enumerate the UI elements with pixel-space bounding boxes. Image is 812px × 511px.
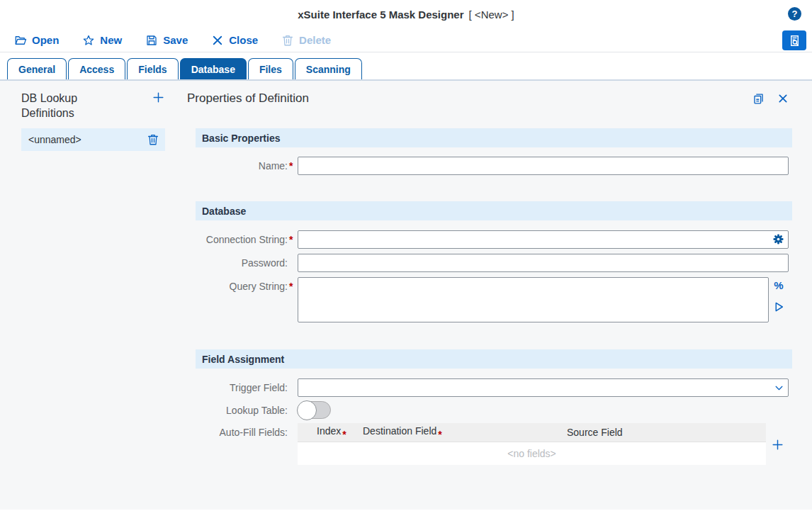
tab-fields[interactable]: Fields [127, 58, 178, 79]
spacer [288, 423, 298, 427]
plus-icon [771, 443, 784, 454]
auto-fill-table-header: Index * Destination Field * Source Field [298, 423, 766, 442]
close-icon [777, 96, 789, 106]
name-label: Name: [196, 160, 288, 172]
help-icon[interactable]: ? [788, 7, 801, 21]
document-search-icon [788, 34, 801, 47]
content-area: DB Lookup Definitions <unnamed> Properti… [0, 81, 812, 510]
trash-icon [281, 34, 294, 47]
required-marker: * [288, 234, 298, 245]
help-glyph: ? [792, 9, 798, 19]
close-button[interactable]: Close [211, 34, 258, 47]
tab-database-label: Database [191, 64, 235, 75]
section-basic-title: Basic Properties [202, 133, 281, 144]
delete-button[interactable]: Delete [281, 34, 331, 47]
copy-icon [752, 97, 765, 108]
lookup-table-label: Lookup Table: [196, 405, 288, 416]
titlebar: xSuite Interface 5 Mask Designer [ <New>… [0, 0, 812, 28]
db-lookup-sidebar: DB Lookup Definitions <unnamed> [0, 81, 177, 510]
gear-icon [772, 237, 784, 247]
tab-general-label: General [18, 64, 55, 75]
definition-name: <unnamed> [28, 134, 147, 145]
window-title-state: [ <New> ] [469, 9, 514, 21]
x-icon [211, 34, 224, 47]
tab-files[interactable]: Files [248, 58, 293, 79]
open-button[interactable]: Open [14, 34, 59, 47]
open-folder-icon [14, 34, 27, 47]
tab-access[interactable]: Access [68, 58, 125, 79]
add-definition-button[interactable] [152, 91, 165, 104]
close-label: Close [229, 34, 258, 46]
connection-string-label: Connection String: [196, 234, 288, 245]
column-destination-label: Destination Field [363, 425, 436, 440]
new-label: New [100, 34, 122, 46]
query-string-label: Query String: [196, 277, 288, 292]
floppy-icon [145, 34, 158, 47]
required-marker: * [288, 277, 298, 292]
section-database: Database [196, 201, 792, 220]
password-label: Password: [196, 257, 288, 269]
tab-fields-label: Fields [138, 64, 167, 75]
properties-panel: Properties of Definition [177, 81, 812, 510]
column-index-label: Index [317, 425, 341, 440]
tab-database[interactable]: Database [180, 58, 247, 79]
plus-icon [152, 96, 165, 106]
save-button[interactable]: Save [145, 34, 188, 47]
required-marker: * [341, 425, 348, 440]
tab-strip: General Access Fields Database Files Sca… [0, 52, 812, 81]
column-source-label: Source Field [567, 427, 623, 438]
tab-general[interactable]: General [7, 58, 67, 79]
toggle-knob [297, 400, 317, 420]
connection-string-input[interactable] [298, 230, 789, 249]
add-auto-fill-field-button[interactable] [771, 425, 784, 465]
window-title: xSuite Interface 5 Mask Designer [298, 9, 463, 21]
trash-icon [147, 137, 159, 148]
query-string-textarea[interactable] [298, 277, 769, 322]
tab-scanning-label: Scanning [306, 64, 351, 75]
new-button[interactable]: New [82, 34, 122, 47]
required-marker: * [436, 425, 444, 440]
tab-files-label: Files [259, 64, 282, 75]
sidebar-title: DB Lookup Definitions [21, 91, 106, 120]
connection-settings-button[interactable] [772, 233, 784, 245]
run-query-button[interactable] [772, 301, 785, 313]
open-label: Open [32, 34, 59, 46]
save-label: Save [163, 34, 188, 46]
auto-fill-table: Index * Destination Field * Source Field [298, 423, 766, 465]
name-input[interactable] [298, 157, 789, 175]
trigger-field-select[interactable] [298, 378, 789, 397]
duplicate-definition-button[interactable] [752, 92, 765, 106]
section-basic-properties: Basic Properties [196, 128, 792, 147]
tab-scanning[interactable]: Scanning [295, 58, 362, 79]
close-panel-button[interactable] [777, 93, 789, 104]
panel-title: Properties of Definition [187, 91, 752, 106]
section-database-title: Database [202, 206, 246, 217]
definition-list-item[interactable]: <unnamed> [21, 128, 165, 151]
play-icon [772, 305, 785, 315]
auto-fill-empty-row: <no fields> [298, 442, 766, 465]
auto-fill-fields-label: Auto-Fill Fields: [196, 423, 288, 438]
section-field-assignment-title: Field Assignment [202, 354, 284, 365]
tab-access-label: Access [79, 64, 114, 75]
delete-definition-button[interactable] [147, 133, 159, 146]
star-icon [82, 34, 95, 47]
required-marker: * [288, 160, 298, 172]
insert-placeholder-button[interactable]: % [774, 279, 783, 291]
delete-label: Delete [299, 34, 331, 46]
trigger-field-label: Trigger Field: [196, 382, 288, 393]
lookup-table-toggle[interactable] [298, 401, 331, 419]
document-search-button[interactable] [782, 30, 806, 50]
section-field-assignment: Field Assignment [196, 349, 792, 369]
toolbar: Open New Save Close Delete [0, 28, 812, 52]
chevron-down-icon[interactable] [774, 383, 784, 393]
password-input[interactable] [298, 254, 789, 272]
